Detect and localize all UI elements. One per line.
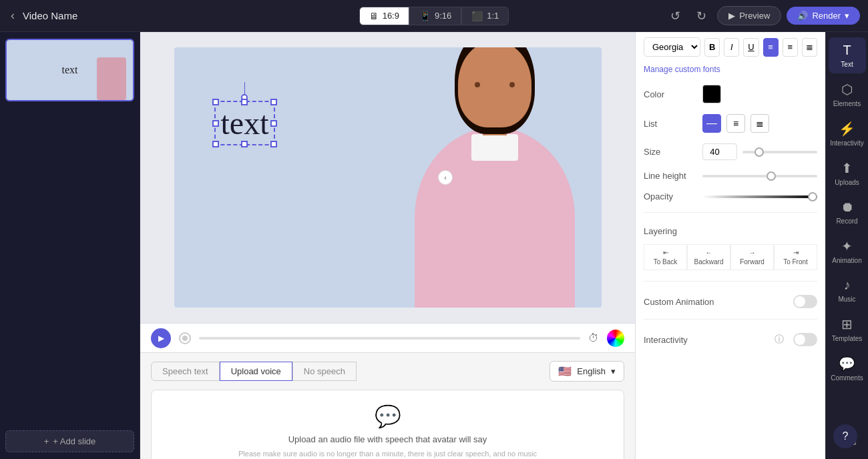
collapse-button[interactable]: ‹ <box>438 170 453 185</box>
resize-handle-rm[interactable] <box>270 120 277 127</box>
back-button[interactable]: ‹ <box>8 6 17 25</box>
sidebar-item-text[interactable]: T Text <box>829 37 866 73</box>
sidebar-item-animation[interactable]: ✦ Animation <box>829 233 866 270</box>
language-selector[interactable]: 🇺🇸 English ▾ <box>550 361 624 382</box>
resize-handle-bm[interactable] <box>241 141 248 147</box>
rotate-connector <box>244 82 245 94</box>
opacity-label: Opacity <box>644 191 697 201</box>
size-label: Size <box>644 147 697 157</box>
align-center-button[interactable]: ≡ <box>783 38 798 57</box>
to-back-button[interactable]: ⇤ To Back <box>644 244 687 270</box>
canvas[interactable]: text <box>174 47 602 308</box>
slide-preview-avatar <box>97 57 126 100</box>
align-right-button[interactable]: ≣ <box>802 38 817 57</box>
italic-button[interactable]: I <box>724 38 739 57</box>
ratio-16-9-button[interactable]: 🖥 16:9 <box>359 7 409 25</box>
to-front-button[interactable]: ⇥ To Front <box>774 244 817 270</box>
avatar-container <box>388 47 602 308</box>
avatar-figure <box>388 47 602 308</box>
resize-handle-tm[interactable] <box>241 99 248 105</box>
color-wheel-button[interactable] <box>607 330 624 347</box>
render-button[interactable]: 🔊 Render ▾ <box>787 7 860 25</box>
list-none-button[interactable]: — <box>702 114 721 133</box>
line-height-row: Line height <box>644 171 817 181</box>
no-speech-tab[interactable]: No speech <box>292 362 357 381</box>
animation-icon: ✦ <box>841 238 853 254</box>
underline-button[interactable]: U <box>743 38 758 57</box>
speech-text-tab[interactable]: Speech text <box>151 362 220 381</box>
sidebar-item-interactivity[interactable]: ⚡ Interactivity <box>829 115 866 152</box>
interactivity-row-label: Interactivity <box>644 335 769 345</box>
sidebar-item-uploads[interactable]: ⬆ Uploads <box>829 155 866 191</box>
slide-panel: 1 ⤢ text + + Add slide <box>0 32 140 459</box>
comments-icon: 💬 <box>839 356 855 372</box>
list-ordered-button[interactable]: ≣ <box>750 114 769 133</box>
custom-animation-label: Custom Animation <box>644 297 788 307</box>
ratio-9-16-button[interactable]: 📱 9:16 <box>409 7 461 25</box>
avatar-collar <box>471 134 518 161</box>
add-slide-button[interactable]: + + Add slide <box>5 430 134 452</box>
ratio-selector: 🖥 16:9 📱 9:16 ⬛ 1:1 <box>359 7 509 25</box>
size-input[interactable] <box>702 143 737 160</box>
sidebar-item-templates[interactable]: ⊞ Templates <box>829 311 866 348</box>
to-front-icon: ⇥ <box>793 249 799 256</box>
align-left-button[interactable]: ≡ <box>763 38 779 57</box>
resize-handle-bl[interactable] <box>212 141 219 147</box>
redo-button[interactable]: ↻ <box>691 6 712 26</box>
timer-button[interactable]: ⏱ <box>588 332 599 344</box>
sidebar-item-record[interactable]: ⏺ Record <box>829 194 866 230</box>
avatar-eye-right <box>509 82 515 87</box>
upload-voice-tab[interactable]: Upload voice <box>220 362 292 381</box>
interactivity-toggle-knob <box>795 334 805 345</box>
slide-thumbnail-1[interactable]: 1 ⤢ text <box>5 39 134 101</box>
backward-button[interactable]: ← Backward <box>687 244 730 270</box>
bottom-panel: Speech text Upload voice No speech 🇺🇸 En… <box>140 352 635 459</box>
avatar-head <box>458 47 531 127</box>
topbar-right: ↺ ↻ ▶ Preview 🔊 Render ▾ <box>509 6 860 26</box>
to-back-icon: ⇤ <box>663 249 668 256</box>
help-button[interactable]: ? <box>833 424 857 448</box>
undo-button[interactable]: ↺ <box>665 6 686 26</box>
text-element[interactable]: text <box>214 101 276 145</box>
forward-button[interactable]: → Forward <box>730 244 774 270</box>
line-height-slider-thumb[interactable] <box>767 171 776 181</box>
timeline[interactable] <box>199 337 580 340</box>
rotate-handle[interactable] <box>241 82 248 101</box>
add-slide-icon: + <box>44 436 49 446</box>
opacity-row: Opacity <box>644 191 817 201</box>
list-label: List <box>644 119 697 129</box>
list-unordered-button[interactable]: ≡ <box>726 114 745 133</box>
resize-handle-lm[interactable] <box>212 120 219 127</box>
sidebar-item-music[interactable]: ♪ Music <box>829 272 866 308</box>
sidebar-item-elements[interactable]: ⬡ Elements <box>829 76 866 113</box>
color-swatch[interactable] <box>702 85 721 103</box>
elements-icon: ⬡ <box>841 81 853 97</box>
record-indicator <box>179 332 191 344</box>
opacity-slider-thumb[interactable] <box>808 192 817 201</box>
font-select[interactable]: Georgia <box>644 37 700 57</box>
canvas-text[interactable]: text <box>221 105 269 141</box>
opacity-slider-track[interactable] <box>702 195 817 198</box>
line-height-slider-track[interactable] <box>702 175 817 177</box>
resize-handle-br[interactable] <box>270 141 277 147</box>
interactivity-toggle[interactable] <box>793 333 817 346</box>
upload-title: Upload an audio file with speech that av… <box>288 434 487 444</box>
resize-handle-tr[interactable] <box>270 99 277 105</box>
preview-button[interactable]: ▶ Preview <box>717 6 781 25</box>
size-slider-track[interactable] <box>742 151 817 153</box>
divider-1 <box>644 212 817 213</box>
ratio-1-1-button[interactable]: ⬛ 1:1 <box>461 7 509 25</box>
custom-animation-toggle[interactable] <box>793 295 817 308</box>
manage-fonts-link[interactable]: Manage custom fonts <box>644 65 817 74</box>
interactivity-info-icon[interactable]: ⓘ <box>775 334 784 346</box>
sidebar-item-comments[interactable]: 💬 Comments <box>829 350 866 387</box>
play-button[interactable]: ▶ <box>151 328 171 348</box>
right-panel: Georgia B I U ≡ ≡ ≣ Manage custom fonts … <box>635 32 825 459</box>
size-slider-thumb[interactable] <box>754 147 764 157</box>
topbar: ‹ Video Name 🖥 16:9 📱 9:16 ⬛ 1:1 ↺ ↻ ▶ P… <box>0 0 868 32</box>
layering-row: ⇤ To Back ← Backward → Forward ⇥ To Fron… <box>644 244 817 270</box>
uploads-icon: ⬆ <box>841 160 853 176</box>
upload-area[interactable]: 💬 Upload an audio file with speech that … <box>151 390 624 459</box>
resize-handle-tl[interactable] <box>212 99 219 105</box>
bold-button[interactable]: B <box>704 38 720 57</box>
